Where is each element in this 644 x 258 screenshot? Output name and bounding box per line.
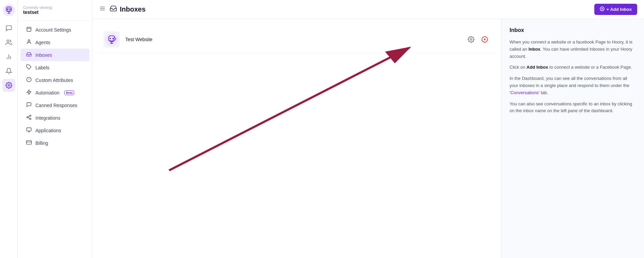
- viewing-label: Currently viewing:: [23, 5, 87, 10]
- help-panel-title: Inbox: [510, 27, 636, 33]
- svg-point-19: [30, 115, 31, 116]
- svg-line-23: [28, 116, 30, 117]
- sidebar-item-label: Billing: [35, 140, 48, 146]
- svg-rect-24: [27, 128, 31, 131]
- svg-point-7: [7, 40, 9, 42]
- add-inbox-icon: [600, 6, 605, 12]
- inbox-list: Test Website: [93, 19, 501, 258]
- sidebar: Currently viewing: testset Account Setti…: [18, 0, 93, 258]
- svg-rect-12: [27, 27, 31, 31]
- sidebar-item-label: Inboxes: [35, 52, 52, 58]
- inbox-avatar: [103, 31, 120, 48]
- rail-icon-notifications[interactable]: [2, 65, 15, 78]
- sidebar-item-label: Canned Responses: [35, 103, 77, 108]
- inbox-title-icon: [110, 5, 117, 14]
- account-settings-icon: [26, 27, 32, 33]
- sidebar-item-label: Integrations: [35, 115, 60, 121]
- sidebar-item-label: Labels: [35, 65, 49, 70]
- inbox-settings-button[interactable]: [466, 34, 477, 45]
- applications-icon: [26, 127, 32, 134]
- svg-point-11: [8, 85, 10, 86]
- billing-icon: [26, 140, 32, 146]
- topbar: Inboxes + Add Inbox: [93, 0, 644, 19]
- svg-point-2: [7, 8, 8, 10]
- hamburger-menu[interactable]: [99, 5, 106, 13]
- rail-icon-contacts[interactable]: [2, 36, 15, 49]
- svg-line-22: [28, 118, 30, 119]
- page-title-text: Inboxes: [120, 5, 146, 13]
- annotation-arrow: [93, 19, 501, 258]
- inbox-delete-button[interactable]: [479, 34, 490, 45]
- topbar-left: Inboxes: [99, 5, 146, 14]
- icon-rail: [0, 0, 18, 258]
- help-paragraph-3: In the Dashboard, you can see all the co…: [510, 75, 636, 96]
- agents-icon: [26, 39, 32, 46]
- rail-icon-conversations[interactable]: [2, 22, 15, 35]
- svg-point-3: [10, 8, 11, 10]
- svg-point-13: [28, 40, 30, 41]
- sidebar-item-account-settings[interactable]: Account Settings: [20, 23, 90, 36]
- inbox-name: Test Website: [125, 37, 466, 42]
- labels-icon: [26, 64, 32, 71]
- sidebar-item-billing[interactable]: Billing: [20, 137, 90, 149]
- automation-icon: [26, 89, 32, 96]
- sidebar-item-automation[interactable]: Automation Beta: [20, 86, 90, 99]
- app-logo[interactable]: [3, 4, 15, 16]
- add-inbox-label: + Add Inbox: [607, 7, 632, 12]
- account-name: testset: [23, 10, 87, 15]
- svg-line-48: [169, 48, 409, 170]
- sidebar-item-integrations[interactable]: Integrations: [20, 111, 90, 124]
- sidebar-item-agents[interactable]: Agents: [20, 36, 90, 49]
- inboxes-icon: [26, 52, 32, 58]
- sidebar-item-label: Account Settings: [35, 27, 71, 33]
- help-paragraph-2: Click on Add Inbox to connect a website …: [510, 64, 636, 71]
- add-inbox-button[interactable]: + Add Inbox: [594, 4, 637, 15]
- main-content: Inboxes + Add Inbox: [93, 0, 644, 258]
- sidebar-item-applications[interactable]: Applications: [20, 124, 90, 137]
- table-row: Test Website: [99, 26, 494, 53]
- page-title: Inboxes: [110, 5, 146, 14]
- svg-rect-41: [110, 43, 113, 44]
- rail-icon-reports[interactable]: [2, 50, 15, 63]
- rail-icon-settings[interactable]: [2, 79, 15, 92]
- inbox-actions: [466, 34, 490, 45]
- svg-rect-27: [27, 141, 32, 144]
- svg-point-35: [105, 33, 118, 46]
- sidebar-item-labels[interactable]: Labels: [20, 61, 90, 74]
- help-paragraph-1: When you connect a website or a facebook…: [510, 39, 636, 60]
- custom-attributes-icon: [26, 77, 32, 83]
- svg-point-20: [27, 117, 28, 118]
- svg-point-21: [30, 118, 31, 120]
- sidebar-item-canned-responses[interactable]: Canned Responses: [20, 99, 90, 111]
- beta-badge: Beta: [64, 90, 75, 95]
- sidebar-item-label: Agents: [35, 40, 50, 45]
- integrations-icon: [26, 115, 32, 121]
- help-panel: Inbox When you connect a website or a fa…: [501, 19, 644, 258]
- content-area: Test Website: [93, 19, 644, 258]
- svg-marker-18: [27, 90, 31, 94]
- help-paragraph-4: You can also see conversations specific …: [510, 101, 636, 115]
- sidebar-item-inboxes[interactable]: Inboxes: [20, 49, 90, 61]
- sidebar-item-label: Applications: [35, 128, 61, 133]
- svg-point-43: [470, 39, 472, 40]
- svg-point-37: [110, 38, 111, 39]
- sidebar-item-custom-attributes[interactable]: Custom Attributes: [20, 74, 90, 86]
- svg-point-42: [114, 38, 116, 40]
- sidebar-item-label: Custom Attributes: [35, 78, 73, 83]
- sidebar-header: Currently viewing: testset: [18, 5, 92, 21]
- canned-responses-icon: [26, 102, 32, 108]
- svg-rect-6: [7, 13, 10, 14]
- sidebar-item-label: Automation: [35, 90, 60, 96]
